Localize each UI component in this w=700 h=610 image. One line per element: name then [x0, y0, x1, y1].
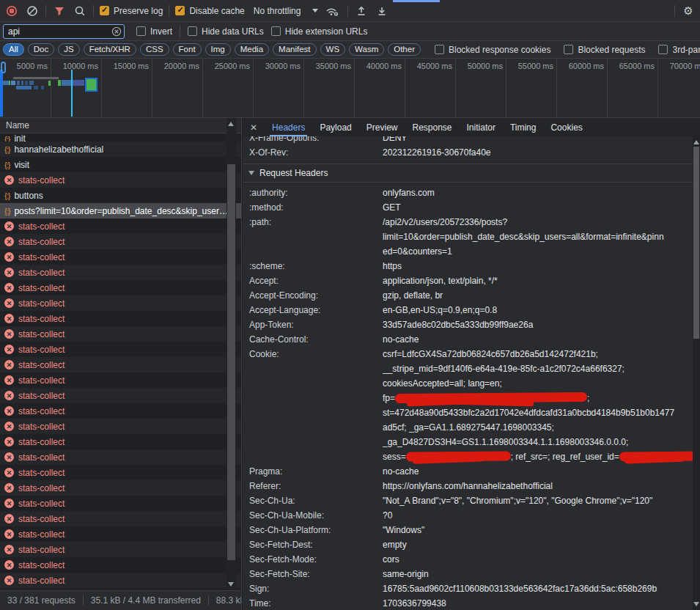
request-row[interactable]: ✕stats-collect: [0, 526, 241, 542]
network-overview[interactable]: 5000 ms10000 ms15000 ms20000 ms25000 ms3…: [0, 59, 700, 118]
filter-pill-fetch-xhr[interactable]: Fetch/XHR: [84, 43, 136, 56]
request-row[interactable]: ✕stats-collect: [0, 172, 241, 188]
timeline-tick-label: 25000 ms: [203, 62, 250, 70]
request-row[interactable]: ✕stats-collect: [0, 419, 241, 434]
filter-pill-manifest[interactable]: Manifest: [273, 43, 316, 56]
header-row: Cookie:csrf=LdfcGX4Sa72db06824c657db26a5…: [243, 347, 700, 464]
tab-initiator[interactable]: Initiator: [467, 118, 495, 136]
header-value: 33d57ade8c02dbc5a333db99ff9ae26a: [383, 317, 700, 332]
scroll-up-icon[interactable]: [228, 122, 234, 126]
filter-pill-img[interactable]: Img: [205, 43, 231, 56]
header-value: "Not_A Brand";v="8", "Chromium";v="120",…: [383, 493, 700, 508]
request-row[interactable]: ✕stats-collect: [0, 449, 241, 465]
request-row[interactable]: ✕stats-collect: [0, 234, 241, 249]
request-row[interactable]: {:}posts?limit=10&order=publish_date_des…: [0, 203, 241, 218]
request-row[interactable]: ✕stats-collect: [0, 480, 241, 496]
export-har-button[interactable]: [375, 4, 389, 18]
request-row[interactable]: ✕stats-collect: [0, 265, 241, 280]
error-icon: ✕: [4, 468, 14, 477]
header-value: "Windows": [383, 523, 700, 537]
request-row[interactable]: ✕stats-collect: [0, 295, 241, 311]
request-headers-section-toggle[interactable]: Request Headers: [243, 163, 700, 183]
filter-pill-media[interactable]: Media: [235, 43, 269, 56]
waterfall-activity-bar: [71, 70, 73, 117]
filter-bar: Invert Hide data URLs Hide extension URL…: [0, 22, 700, 41]
request-row[interactable]: {:}buttons: [0, 188, 241, 203]
tab-timing[interactable]: Timing: [510, 118, 537, 136]
request-row[interactable]: ✕stats-collect: [0, 557, 241, 573]
tab-payload[interactable]: Payload: [320, 118, 351, 136]
request-row[interactable]: ✕stats-collect: [0, 372, 241, 388]
error-icon: ✕: [4, 545, 14, 554]
clear-button[interactable]: [25, 4, 40, 18]
request-row[interactable]: ✕stats-collect: [0, 342, 241, 357]
invert-checkbox[interactable]: [136, 26, 146, 36]
header-row: Accept-Language:en-GB,en-US;q=0.9,en;q=0…: [243, 303, 700, 317]
filter-input[interactable]: [3, 24, 125, 39]
scrollbar-thumb[interactable]: [227, 164, 235, 560]
name-column-header[interactable]: Name: [0, 118, 241, 133]
section-title: Request Headers: [259, 168, 328, 178]
tab-headers[interactable]: Headers: [272, 118, 305, 136]
clear-filter-icon[interactable]: [111, 26, 122, 37]
filter-pill-js[interactable]: JS: [58, 43, 79, 56]
request-row[interactable]: ✕stats-collect: [0, 249, 241, 265]
filter-pill-ws[interactable]: WS: [320, 43, 346, 56]
request-row[interactable]: ✕stats-collect: [0, 357, 241, 372]
scroll-up-icon[interactable]: [693, 140, 699, 144]
tab-preview[interactable]: Preview: [366, 118, 398, 136]
request-row[interactable]: ✕stats-collect: [0, 218, 241, 234]
settings-button[interactable]: ⚙: [681, 4, 696, 18]
request-row[interactable]: ✕stats-collect: [0, 465, 241, 480]
request-row[interactable]: ✕stats-collect: [0, 280, 241, 295]
record-button[interactable]: [4, 4, 19, 18]
3rd-party-requests-checkbox[interactable]: [658, 45, 668, 54]
request-row[interactable]: ✕stats-collect: [0, 542, 241, 557]
import-har-button[interactable]: [354, 4, 369, 18]
request-row[interactable]: {:}hannahelizabethofficial: [0, 142, 241, 157]
search-button[interactable]: [73, 4, 87, 18]
scroll-down-icon[interactable]: [228, 582, 234, 587]
blocked-response-cookies-checkbox[interactable]: [435, 45, 444, 54]
throttling-select[interactable]: No throttling: [254, 6, 319, 16]
block-icon: [26, 5, 38, 17]
tab-cookies[interactable]: Cookies: [550, 118, 582, 136]
network-conditions-button[interactable]: [324, 4, 342, 18]
blocked-requests-checkbox[interactable]: [564, 45, 573, 54]
request-name: stats-collect: [18, 221, 65, 232]
timeline-tick-label: 5000 ms: [1, 62, 48, 70]
filter-pill-css[interactable]: CSS: [140, 43, 169, 56]
hide-data-urls-checkbox[interactable]: [188, 26, 197, 36]
request-row[interactable]: ✕stats-collect: [0, 311, 241, 326]
header-value: application/json, text/plain, */*: [383, 273, 700, 288]
error-icon: ✕: [4, 268, 14, 277]
request-row[interactable]: ✕stats-collect: [0, 388, 241, 403]
request-name: stats-collect: [18, 298, 65, 309]
request-row[interactable]: ✕stats-collect: [0, 434, 241, 449]
request-name: hannahelizabethofficial: [14, 144, 103, 155]
preserve-log-checkbox[interactable]: [100, 6, 109, 15]
request-row[interactable]: ✕stats-collect: [0, 326, 241, 342]
hide-extension-urls-checkbox[interactable]: [271, 26, 281, 36]
filter-pill-other[interactable]: Other: [388, 43, 421, 56]
overview-selection-handle[interactable]: [1, 62, 6, 73]
scroll-down-icon[interactable]: [693, 602, 699, 606]
request-row[interactable]: ✕stats-collect: [0, 511, 241, 526]
scrollbar-thumb[interactable]: [693, 147, 699, 339]
filter-pill-all[interactable]: All: [3, 43, 24, 56]
disable-cache-checkbox[interactable]: [175, 6, 185, 15]
details-scrollbar[interactable]: [693, 136, 700, 610]
tab-response[interactable]: Response: [412, 118, 452, 136]
request-row[interactable]: {:}visit: [0, 157, 241, 172]
filter-pill-doc[interactable]: Doc: [28, 43, 54, 56]
request-name: stats-collect: [18, 499, 65, 509]
request-row[interactable]: ✕stats-collect: [0, 403, 241, 419]
filter-pill-font[interactable]: Font: [173, 43, 202, 56]
request-row[interactable]: ✕stats-collect: [0, 573, 241, 588]
filter-pill-wasm[interactable]: Wasm: [349, 43, 384, 56]
filter-button[interactable]: [52, 4, 67, 18]
request-row[interactable]: ✕stats-collect: [0, 496, 241, 511]
close-icon[interactable]: ✕: [250, 122, 257, 133]
request-row[interactable]: {:}init: [0, 133, 241, 142]
requests-scrollbar[interactable]: [226, 118, 236, 590]
